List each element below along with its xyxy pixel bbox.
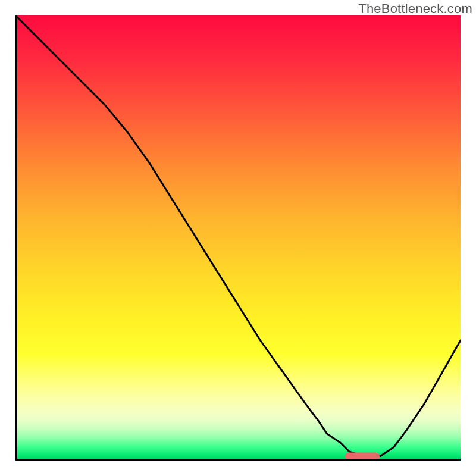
optimal-point-marker bbox=[345, 452, 380, 460]
watermark-text: TheBottleneck.com bbox=[358, 1, 472, 17]
chart-background-gradient bbox=[15, 15, 461, 461]
chart-plot-area bbox=[15, 15, 461, 461]
